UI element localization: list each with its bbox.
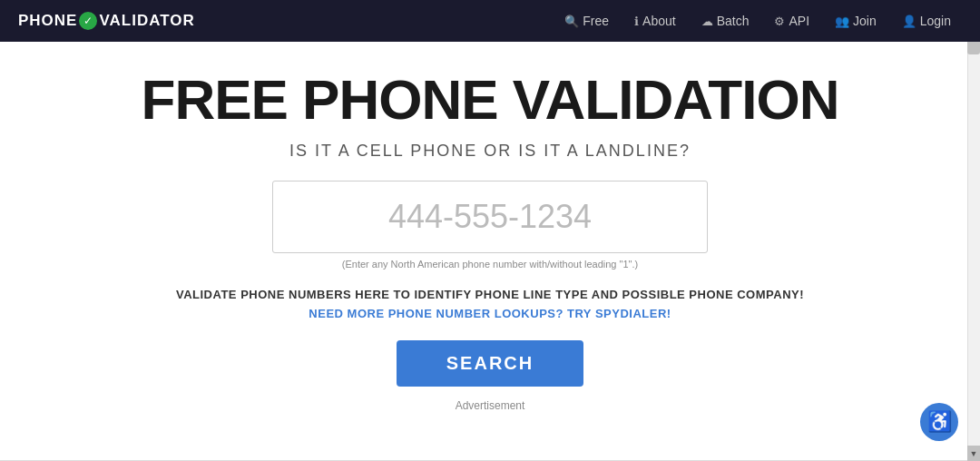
- nav-batch[interactable]: ☁ Batch: [691, 8, 760, 34]
- nav-join-label: Join: [853, 14, 877, 28]
- scrollbar[interactable]: ▼: [967, 0, 980, 461]
- nav-free-label: Free: [583, 14, 609, 28]
- nav-login-label: Login: [920, 14, 951, 28]
- nav-about-label: About: [642, 14, 676, 28]
- main-content: FREE PHONE VALIDATION IS IT A CELL PHONE…: [0, 42, 980, 430]
- cloud-icon: ☁: [701, 15, 713, 28]
- navbar-nav: 🔍 Free ℹ About ☁ Batch ⚙ API 👥 Join 👤 Lo…: [554, 8, 962, 34]
- nav-api-label: API: [789, 14, 809, 28]
- phone-input[interactable]: [273, 181, 707, 252]
- search-icon: 🔍: [564, 15, 579, 28]
- nav-about[interactable]: ℹ About: [623, 8, 687, 34]
- spydialer-link[interactable]: NEED MORE PHONE NUMBER LOOKUPS? TRY SPYD…: [309, 307, 671, 320]
- page-title: FREE PHONE VALIDATION: [142, 69, 839, 131]
- advertisement-label: Advertisement: [456, 399, 525, 412]
- navbar: PHONE ✓ VALIDATOR 🔍 Free ℹ About ☁ Batch…: [0, 0, 980, 42]
- nav-free[interactable]: 🔍 Free: [554, 8, 620, 34]
- gear-icon: ⚙: [774, 15, 785, 28]
- input-hint: (Enter any North American phone number w…: [342, 259, 638, 270]
- group-icon: 👥: [835, 15, 849, 28]
- nav-batch-label: Batch: [717, 14, 750, 28]
- brand-checkmark-icon: ✓: [79, 12, 97, 30]
- info-icon: ℹ: [634, 15, 639, 28]
- accessibility-icon: ♿: [927, 410, 952, 434]
- nav-api[interactable]: ⚙ API: [763, 8, 820, 34]
- page-subtitle: IS IT A CELL PHONE OR IS IT A LANDLINE?: [289, 142, 691, 161]
- user-icon: 👤: [902, 15, 916, 28]
- phone-input-wrapper: [272, 181, 708, 253]
- validate-description: VALIDATE PHONE NUMBERS HERE TO IDENTIFY …: [176, 288, 804, 301]
- accessibility-button[interactable]: ♿: [920, 403, 958, 441]
- nav-login[interactable]: 👤 Login: [891, 8, 962, 34]
- search-button[interactable]: SEARCH: [397, 340, 583, 387]
- brand-logo[interactable]: PHONE ✓ VALIDATOR: [18, 12, 195, 30]
- brand-validator-text: VALIDATOR: [99, 12, 194, 30]
- nav-join[interactable]: 👥 Join: [824, 8, 887, 34]
- brand-phone-text: PHONE: [18, 12, 77, 30]
- scrollbar-arrow-down-icon[interactable]: ▼: [967, 446, 980, 461]
